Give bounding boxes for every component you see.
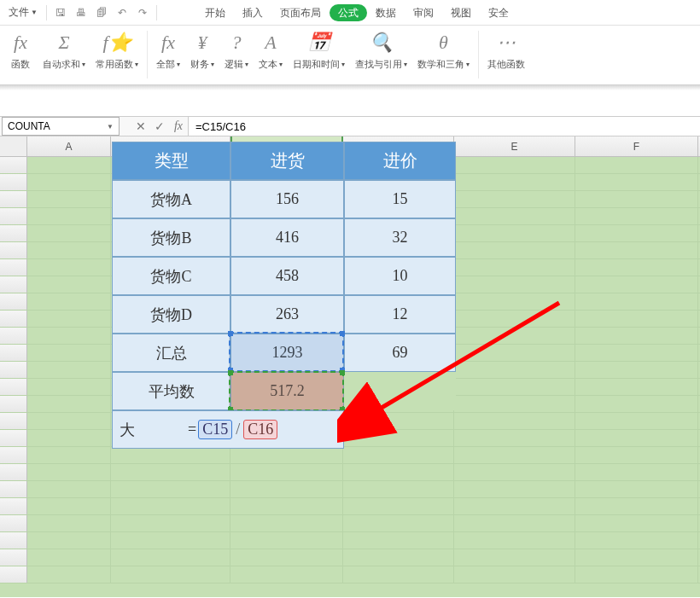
row-header[interactable] [0, 481, 27, 497]
row-header[interactable] [0, 515, 27, 531]
cell[interactable] [454, 328, 575, 344]
cell[interactable] [27, 191, 111, 207]
cell[interactable] [575, 157, 698, 173]
cell[interactable] [27, 566, 111, 583]
cell[interactable] [575, 464, 698, 480]
table-header[interactable]: 进货 [230, 142, 344, 180]
file-menu-button[interactable]: 文件 ▼ [3, 5, 43, 20]
row-header[interactable] [0, 549, 27, 566]
cell[interactable] [575, 413, 698, 429]
cell[interactable] [27, 532, 111, 549]
cell[interactable] [230, 549, 343, 566]
cell[interactable] [111, 498, 230, 514]
cell[interactable] [27, 515, 111, 531]
table-header[interactable]: 进价 [344, 142, 456, 180]
cell[interactable] [27, 276, 111, 293]
cell[interactable] [454, 345, 575, 361]
row-header[interactable] [0, 328, 27, 344]
cell[interactable] [27, 362, 111, 378]
cell[interactable] [343, 515, 454, 531]
table-cell[interactable]: 32 [344, 218, 456, 257]
grid-row[interactable] [0, 464, 700, 481]
cell[interactable] [343, 532, 454, 549]
cell[interactable] [454, 396, 575, 412]
cell[interactable] [575, 293, 698, 310]
grid-row[interactable] [0, 515, 700, 532]
cell[interactable] [454, 191, 575, 207]
cell[interactable] [343, 481, 454, 497]
cell[interactable] [27, 293, 111, 310]
tab-review[interactable]: 审阅 [405, 0, 442, 26]
cell[interactable] [343, 413, 454, 429]
spreadsheet-grid[interactable]: A B C D E F 类型 进货 进价 货物A15615 货物B41632 货… [0, 136, 700, 597]
grid-row[interactable] [0, 498, 700, 515]
cell[interactable] [575, 208, 698, 224]
cell[interactable] [454, 293, 575, 310]
cell[interactable] [454, 362, 575, 378]
active-edit-cell[interactable]: 大 = C15 / C16 [112, 410, 344, 449]
cell[interactable] [230, 464, 343, 480]
cell[interactable] [111, 566, 230, 583]
cell[interactable] [454, 242, 575, 258]
cell[interactable] [27, 311, 111, 327]
row-header[interactable] [0, 293, 27, 310]
cell[interactable] [575, 174, 698, 190]
row-header[interactable] [0, 532, 27, 549]
cell[interactable] [454, 549, 575, 566]
cell[interactable] [575, 311, 698, 327]
cell[interactable] [575, 566, 698, 583]
cell[interactable] [454, 259, 575, 276]
cell[interactable] [343, 549, 454, 566]
cell[interactable] [343, 464, 454, 480]
cell[interactable] [27, 549, 111, 566]
math-trig-button[interactable]: θ 数学和三角▾ [412, 31, 475, 71]
cell[interactable] [27, 481, 111, 497]
row-header[interactable] [0, 379, 27, 395]
save-icon[interactable]: 🖫 [50, 3, 71, 22]
cell[interactable] [575, 328, 698, 344]
tab-start[interactable]: 开始 [196, 0, 234, 26]
table-cell[interactable] [344, 372, 456, 410]
cell[interactable] [27, 498, 111, 514]
cell[interactable] [454, 225, 575, 241]
print-icon[interactable]: 🖶 [71, 3, 91, 22]
cell[interactable] [111, 515, 230, 531]
cell[interactable] [454, 311, 575, 327]
table-cell[interactable]: 汇总 [112, 334, 230, 372]
cell[interactable] [454, 208, 575, 224]
redo-icon[interactable]: ↷ [132, 3, 153, 22]
cell[interactable] [27, 174, 111, 190]
table-header[interactable]: 类型 [112, 142, 230, 180]
cell[interactable] [454, 379, 575, 395]
table-cell[interactable]: 货物D [112, 295, 230, 334]
name-box[interactable]: COUNTA ▼ [2, 117, 120, 136]
table-cell[interactable]: 平均数 [112, 372, 230, 410]
cell[interactable] [111, 481, 230, 497]
table-cell[interactable]: 263 [230, 295, 344, 334]
cell[interactable] [454, 430, 575, 446]
table-cell[interactable]: 12 [344, 295, 456, 334]
cell[interactable] [27, 464, 111, 480]
cell[interactable] [343, 447, 454, 463]
cell[interactable] [575, 259, 698, 276]
autosum-button[interactable]: Σ 自动求和▾ [38, 31, 90, 71]
grid-row[interactable] [0, 566, 700, 583]
cell[interactable] [27, 379, 111, 395]
cell[interactable] [230, 498, 343, 514]
row-header[interactable] [0, 225, 27, 241]
row-header[interactable] [0, 174, 27, 190]
row-header[interactable] [0, 413, 27, 429]
cell[interactable] [343, 430, 454, 446]
cell[interactable] [575, 515, 698, 531]
grid-row[interactable] [0, 532, 700, 549]
cell[interactable] [454, 532, 575, 549]
table-cell[interactable]: 15 [344, 180, 456, 218]
grid-row[interactable] [0, 481, 700, 498]
cell[interactable] [27, 157, 111, 173]
cancel-icon[interactable]: ✕ [131, 119, 150, 133]
cell[interactable] [27, 225, 111, 241]
row-header[interactable] [0, 157, 27, 173]
table-cell[interactable]: 货物B [112, 218, 230, 257]
cell[interactable] [454, 566, 575, 583]
cell[interactable] [454, 447, 575, 463]
